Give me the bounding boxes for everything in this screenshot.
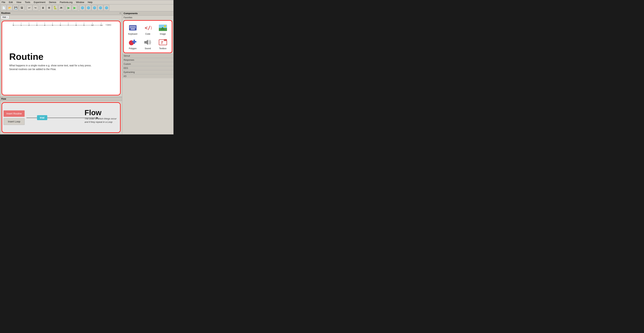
tab-trial-label: trial: [2, 16, 6, 18]
undo-btn[interactable]: ↩: [26, 5, 32, 10]
routine-title: Routine: [9, 51, 113, 62]
main-layout: Routines □ trial × t (sec): [0, 11, 173, 134]
sound-icon: [144, 38, 152, 46]
insert-routine-button[interactable]: Insert Routine: [4, 110, 24, 117]
tick-2: 2: [28, 23, 30, 26]
section-io[interactable]: I/O: [122, 74, 173, 78]
globe1-btn[interactable]: 🌐: [80, 5, 85, 10]
flow-node-trial[interactable]: trial: [37, 115, 47, 120]
flow-subtitle: The order in which things occur and if t…: [84, 117, 116, 124]
sound-label: Sound: [145, 47, 151, 50]
menu-bar: File Edit View Tools Experiment Demos Pa…: [0, 0, 173, 4]
globe4-btn[interactable]: 🌐: [98, 5, 103, 10]
components-grid: Keyboard </> Code: [124, 21, 172, 52]
axis-label: t (sec): [106, 24, 111, 26]
component-polygon[interactable]: Polygon: [125, 37, 140, 51]
svg-marker-20: [146, 40, 148, 45]
code-icon: </>: [144, 23, 152, 32]
section-stimuli[interactable]: Stimuli: [122, 54, 173, 58]
insert-loop-button[interactable]: Insert Loop: [4, 118, 24, 125]
code-label: Code: [145, 33, 150, 35]
menu-file[interactable]: File: [1, 0, 6, 4]
left-panel: Routines □ trial × t (sec): [0, 11, 122, 134]
flow-canvas: Insert Routine Insert Loop ▶ trial Flow …: [2, 102, 120, 133]
menu-help[interactable]: Help: [87, 0, 93, 4]
component-code[interactable]: </> Code: [140, 22, 155, 37]
component-sound[interactable]: Sound: [140, 37, 155, 51]
right-panel: Components Favorites: [122, 11, 173, 134]
tick-7: 7: [68, 23, 69, 26]
routine-description: What happens in a single routine e.g. sh…: [9, 64, 98, 71]
menu-pavlovia[interactable]: Pavlovia.org: [59, 0, 73, 4]
save-as-btn[interactable]: 🖫: [19, 5, 24, 10]
tab-trial[interactable]: trial ×: [1, 15, 9, 19]
section-eeg[interactable]: EEG: [122, 66, 173, 70]
svg-rect-10: [135, 27, 136, 28]
component-image[interactable]: Image: [155, 22, 170, 37]
tick-10: 10: [91, 23, 93, 26]
tick-3: 3: [36, 23, 37, 26]
app-window: File Edit View Tools Experiment Demos Pa…: [0, 0, 174, 134]
component-textbox[interactable]: T Beta Textbox: [155, 37, 170, 51]
polygon-icon: [128, 38, 137, 46]
globe3-btn[interactable]: 🌐: [92, 5, 97, 10]
settings-btn[interactable]: ⚙: [46, 5, 52, 10]
routines-section: Routines □ trial × t (sec): [0, 11, 122, 97]
routine-content: Routine What happens in a single routine…: [2, 27, 120, 95]
flow-header: Flow: [0, 97, 122, 101]
svg-rect-19: [144, 41, 146, 43]
globe2-btn[interactable]: 🌐: [86, 5, 91, 10]
textbox-icon: T Beta: [159, 38, 167, 46]
run-local-btn[interactable]: ▶: [66, 5, 72, 10]
sep1: [26, 5, 26, 10]
tick-8: 8: [76, 23, 77, 26]
svg-rect-8: [132, 27, 133, 28]
section-custom[interactable]: Custom: [122, 62, 173, 66]
monitor-btn[interactable]: 🖥: [40, 5, 46, 10]
routines-collapse[interactable]: □: [120, 12, 121, 14]
toolbar: 📄 📂 💾 🖫 ↩ ↪ 🖥 ⚙ 🐍 JS ▶ ▶ 🌐 🌐 🌐 🌐 🌐: [0, 4, 173, 11]
new-btn[interactable]: 📄: [1, 5, 6, 10]
svg-rect-3: [132, 26, 133, 27]
menu-tools[interactable]: Tools: [24, 0, 31, 4]
tick-0: 0: [13, 23, 14, 26]
svg-rect-1: [130, 26, 131, 27]
save-btn[interactable]: 💾: [13, 5, 18, 10]
svg-rect-2: [131, 26, 132, 27]
svg-rect-6: [130, 27, 131, 28]
svg-rect-9: [134, 27, 134, 28]
flow-title: Flow: [84, 108, 116, 117]
polygon-label: Polygon: [129, 47, 136, 50]
python-btn[interactable]: 🐍: [52, 5, 58, 10]
section-responses[interactable]: Responses: [122, 58, 173, 62]
routines-header: Routines □: [0, 11, 122, 15]
redo-btn[interactable]: ↪: [32, 5, 38, 10]
globe5-btn[interactable]: 🌐: [104, 5, 109, 10]
components-grid-wrapper: Keyboard </> Code: [123, 20, 172, 53]
tick-5: 5: [52, 23, 53, 26]
tick-11: 11: [100, 23, 102, 26]
js-btn[interactable]: JS: [58, 5, 64, 10]
section-eyetracking[interactable]: Eyetracking: [122, 70, 173, 74]
svg-rect-5: [135, 26, 136, 27]
menu-demos[interactable]: Demos: [48, 0, 57, 4]
timeline-ticks: 0 1 2 3 4 5 6 7 8 9 10 1: [13, 23, 102, 26]
image-icon: [159, 23, 167, 32]
image-label: Image: [160, 33, 166, 35]
tick-6: 6: [60, 23, 61, 26]
tick-1: 1: [20, 23, 22, 26]
tab-close[interactable]: ×: [6, 16, 8, 18]
flow-label: Flow: [1, 98, 6, 100]
menu-experiment[interactable]: Experiment: [33, 0, 46, 4]
routine-canvas: t (sec) 0 1 2 3 4 5 6 7 8: [2, 21, 120, 95]
menu-window[interactable]: Window: [75, 0, 85, 4]
textbox-label: Textbox: [159, 47, 166, 50]
menu-view[interactable]: View: [16, 0, 22, 4]
svg-text:Beta: Beta: [164, 40, 167, 41]
component-keyboard[interactable]: Keyboard: [125, 22, 140, 37]
run-btn[interactable]: ▶: [72, 5, 78, 10]
menu-edit[interactable]: Edit: [8, 0, 14, 4]
keyboard-icon: [128, 23, 137, 32]
keyboard-label: Keyboard: [128, 33, 137, 35]
open-btn[interactable]: 📂: [7, 5, 12, 10]
